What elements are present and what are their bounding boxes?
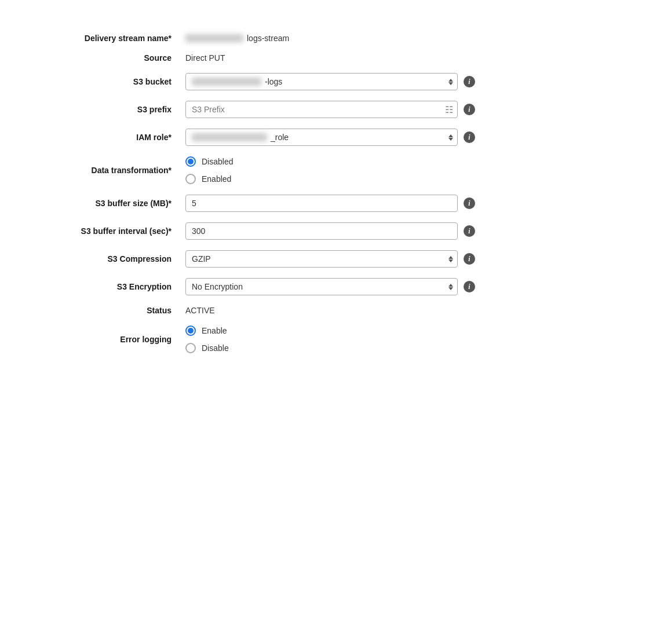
s3-prefix-input[interactable]	[185, 101, 458, 118]
s3-prefix-wrapper: ☷	[185, 101, 458, 118]
iam-role-label: IAM role*	[35, 129, 185, 146]
s3-encryption-info-icon[interactable]: i	[464, 281, 475, 292]
s3-compression-info-icon[interactable]: i	[464, 253, 475, 265]
error-logging-disable-radio[interactable]	[185, 343, 196, 353]
s3-encryption-select-wrapper: No Encryption	[185, 278, 458, 295]
s3-encryption-select[interactable]: No Encryption	[185, 278, 458, 295]
s3-compression-select-wrapper: GZIP	[185, 250, 458, 268]
source-label: Source	[35, 53, 185, 63]
s3-bucket-label: S3 bucket	[35, 73, 185, 90]
error-logging-enable[interactable]: Enable	[185, 325, 629, 336]
iam-role-suffix: _role	[271, 133, 289, 142]
error-logging-enable-label: Enable	[202, 326, 227, 335]
s3-buffer-size-input[interactable]	[185, 195, 458, 212]
s3-bucket-row: -logs i	[185, 73, 629, 90]
status-value: ACTIVE	[185, 306, 215, 315]
s3-encryption-row: No Encryption i	[185, 278, 629, 295]
iam-role-select-wrapper: _role	[185, 129, 458, 146]
delivery-stream-suffix: logs-stream	[247, 34, 289, 43]
source-value: Direct PUT	[185, 53, 225, 63]
error-logging-disable[interactable]: Disable	[185, 343, 629, 353]
data-transformation-group: Disabled Enabled	[185, 156, 629, 184]
iam-role-blurred	[192, 133, 267, 141]
s3-buffer-size-label: S3 buffer size (MB)*	[35, 195, 185, 212]
error-logging-label: Error logging	[35, 325, 185, 353]
s3-compression-value: GZIP	[192, 254, 211, 264]
data-transformation-enabled-label: Enabled	[202, 174, 231, 184]
s3-buffer-interval-row: i	[185, 222, 629, 240]
s3-compression-label: S3 Compression	[35, 250, 185, 268]
s3-encryption-label: S3 Encryption	[35, 278, 185, 295]
s3-encryption-value: No Encryption	[192, 282, 243, 291]
error-logging-enable-radio[interactable]	[185, 325, 196, 336]
delivery-stream-row: logs-stream	[185, 34, 629, 43]
s3-buffer-interval-input[interactable]	[185, 222, 458, 240]
iam-role-row: _role i	[185, 129, 629, 146]
delivery-stream-label: Delivery stream name*	[35, 34, 185, 43]
s3-prefix-label: S3 prefix	[35, 101, 185, 118]
s3-bucket-select[interactable]: -logs	[185, 73, 458, 90]
error-logging-group: Enable Disable	[185, 325, 629, 353]
s3-bucket-select-wrapper: -logs	[185, 73, 458, 90]
status-label: Status	[35, 306, 185, 315]
data-transformation-disabled-label: Disabled	[202, 157, 233, 166]
error-logging-disable-label: Disable	[202, 343, 229, 353]
s3-buffer-interval-label: S3 buffer interval (sec)*	[35, 222, 185, 240]
s3-compression-row: GZIP i	[185, 250, 629, 268]
delivery-stream-blurred	[185, 34, 243, 42]
data-transformation-enabled[interactable]: Enabled	[185, 174, 629, 184]
s3-prefix-row: ☷ i	[185, 101, 629, 118]
s3-prefix-icon: ☷	[445, 104, 453, 115]
iam-role-select[interactable]: _role	[185, 129, 458, 146]
s3-bucket-blurred	[192, 78, 261, 86]
s3-buffer-size-info-icon[interactable]: i	[464, 197, 475, 209]
iam-role-info-icon[interactable]: i	[464, 131, 475, 143]
data-transformation-label: Data transformation*	[35, 156, 185, 184]
s3-buffer-size-row: i	[185, 195, 629, 212]
s3-buffer-interval-info-icon[interactable]: i	[464, 225, 475, 237]
s3-bucket-info-icon[interactable]: i	[464, 76, 475, 87]
data-transformation-enabled-radio[interactable]	[185, 174, 196, 184]
s3-prefix-info-icon[interactable]: i	[464, 104, 475, 115]
s3-bucket-suffix: -logs	[265, 77, 282, 86]
data-transformation-disabled-radio[interactable]	[185, 156, 196, 167]
data-transformation-disabled[interactable]: Disabled	[185, 156, 629, 167]
s3-compression-select[interactable]: GZIP	[185, 250, 458, 268]
